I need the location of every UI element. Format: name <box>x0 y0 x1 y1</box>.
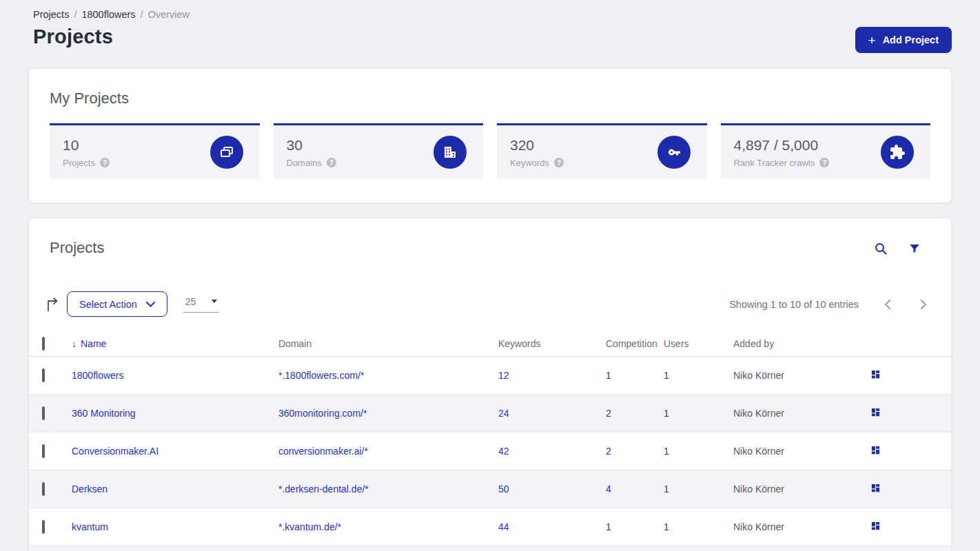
breadcrumb-projects[interactable]: Projects <box>33 9 69 20</box>
keywords-key-icon <box>657 136 691 169</box>
select-action-dropdown[interactable]: Select Action <box>67 291 167 317</box>
title-row: Projects + Add Project <box>33 25 952 53</box>
keywords-count[interactable]: 44 <box>498 521 606 532</box>
plus-icon: + <box>868 34 876 47</box>
domains-building-icon <box>433 136 467 169</box>
users-count[interactable]: 1 <box>664 521 733 532</box>
projects-table-card: Projects Se <box>28 218 952 551</box>
select-all-checkbox[interactable] <box>42 337 45 351</box>
projects-table: ↓ Name Domain Keywords Competition Users… <box>29 331 951 551</box>
competition-count[interactable]: 4 <box>606 484 664 495</box>
select-action-label: Select Action <box>79 299 137 310</box>
project-domain-link[interactable]: 360monitoring.com/* <box>278 408 498 419</box>
my-projects-card: My Projects 10 Projects ? <box>28 68 952 203</box>
projects-folders-icon <box>210 136 243 169</box>
dashboard-icon[interactable] <box>870 483 881 493</box>
added-by: Niko Körner <box>733 370 861 381</box>
breadcrumb-overview: Overview <box>148 9 190 20</box>
stat-rank-tracker-label: Rank Tracker crawls <box>734 158 815 168</box>
competition-count[interactable]: 2 <box>606 446 664 457</box>
keywords-count[interactable]: 24 <box>498 408 606 419</box>
stat-projects-label: Projects <box>63 158 95 168</box>
breadcrumb-1800flowers[interactable]: 1800flowers <box>81 9 135 20</box>
stat-domains-label: Domains <box>287 158 322 168</box>
project-domain-link[interactable]: *.derksen-dental.de/* <box>278 484 498 495</box>
column-header-name[interactable]: ↓ Name <box>72 338 278 349</box>
stat-rank-tracker-value: 4,897 / 5,000 <box>734 137 830 154</box>
column-header-users[interactable]: Users <box>664 338 733 349</box>
keywords-count[interactable]: 50 <box>498 484 606 495</box>
sort-desc-icon: ↓ <box>72 338 76 349</box>
project-name-link[interactable]: 1800flowers <box>72 370 278 381</box>
dashboard-icon[interactable] <box>870 407 881 417</box>
row-checkbox[interactable] <box>42 520 45 534</box>
add-project-button[interactable]: + Add Project <box>855 27 952 53</box>
column-header-competition[interactable]: Competition <box>606 338 664 349</box>
table-row: 360 Monitoring 360monitoring.com/* 24 2 … <box>29 395 951 433</box>
export-arrow-icon[interactable] <box>45 296 61 313</box>
dashboard-icon[interactable] <box>870 445 881 455</box>
page-size-value: 25 <box>185 296 196 307</box>
row-checkbox[interactable] <box>42 482 45 496</box>
page-title: Projects <box>33 25 113 48</box>
row-checkbox[interactable] <box>42 406 45 420</box>
row-checkbox[interactable] <box>42 444 45 458</box>
added-by: Niko Körner <box>733 521 861 532</box>
table-header-row: ↓ Name Domain Keywords Competition Users… <box>29 331 951 357</box>
project-name-link[interactable]: Derksen <box>72 484 278 495</box>
chevron-down-icon <box>146 302 155 307</box>
stats-row: 10 Projects ? 30 Domai <box>50 123 930 179</box>
column-header-added-by[interactable]: Added by <box>733 338 861 349</box>
stat-keywords-value: 320 <box>510 137 564 154</box>
users-count[interactable]: 1 <box>664 446 733 457</box>
add-project-label: Add Project <box>883 34 939 45</box>
project-domain-link[interactable]: *.kvantum.de/* <box>278 521 498 532</box>
help-icon[interactable]: ? <box>819 158 829 167</box>
competition-count[interactable]: 1 <box>606 370 664 381</box>
table-row: 1800flowers *.1800flowers.com/* 12 1 1 N… <box>29 357 951 395</box>
column-header-keywords[interactable]: Keywords <box>498 338 606 349</box>
table-row: Conversionmaker.AI conversionmaker.ai/* … <box>29 433 951 470</box>
showing-entries-text: Showing 1 to 10 of 10 entries <box>729 299 859 310</box>
competition-count[interactable]: 1 <box>606 521 664 532</box>
caret-down-icon <box>212 300 217 303</box>
help-icon[interactable]: ? <box>554 158 564 167</box>
page-size-select[interactable]: 25 <box>183 296 219 313</box>
stat-keywords-label: Keywords <box>510 158 549 168</box>
help-icon[interactable]: ? <box>100 158 110 167</box>
projects-table-title: Projects <box>50 239 104 257</box>
row-checkbox[interactable] <box>42 368 45 382</box>
dashboard-icon[interactable] <box>870 369 881 380</box>
table-row: kvantum *.kvantum.de/* 44 1 1 Niko Körne… <box>29 508 951 546</box>
users-count[interactable]: 1 <box>664 408 733 419</box>
rank-tracker-puzzle-icon <box>881 136 914 169</box>
stat-domains: 30 Domains ? <box>274 123 484 179</box>
table-row-partial <box>29 546 951 551</box>
project-domain-link[interactable]: conversionmaker.ai/* <box>278 446 498 457</box>
added-by: Niko Körner <box>733 446 861 457</box>
project-domain-link[interactable]: *.1800flowers.com/* <box>278 370 498 381</box>
users-count[interactable]: 1 <box>664 484 733 495</box>
column-header-domain[interactable]: Domain <box>278 338 498 349</box>
users-count[interactable]: 1 <box>664 370 733 381</box>
breadcrumb-separator: / <box>74 9 76 20</box>
next-page-chevron[interactable] <box>919 299 928 310</box>
keywords-count[interactable]: 12 <box>498 370 606 381</box>
project-name-link[interactable]: 360 Monitoring <box>72 408 278 419</box>
project-name-link[interactable]: kvantum <box>72 521 278 532</box>
my-projects-title: My Projects <box>50 90 930 107</box>
prev-page-chevron[interactable] <box>884 299 892 310</box>
added-by: Niko Körner <box>733 484 861 495</box>
added-by: Niko Körner <box>733 408 861 419</box>
table-row: Derksen *.derksen-dental.de/* 50 4 1 Nik… <box>29 470 951 508</box>
keywords-count[interactable]: 42 <box>498 446 606 457</box>
dashboard-icon[interactable] <box>870 521 881 531</box>
competition-count[interactable]: 2 <box>606 408 664 419</box>
page: Projects / 1800flowers / Overview Projec… <box>0 0 980 551</box>
stat-domains-value: 30 <box>287 137 336 154</box>
filter-icon[interactable] <box>908 242 921 256</box>
stat-projects-value: 10 <box>63 137 110 154</box>
project-name-link[interactable]: Conversionmaker.AI <box>72 446 278 457</box>
search-icon[interactable] <box>874 242 888 256</box>
help-icon[interactable]: ? <box>327 158 336 167</box>
